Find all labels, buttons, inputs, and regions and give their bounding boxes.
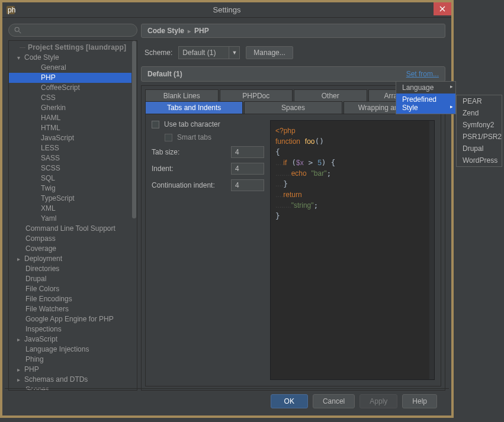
tab-blank-lines[interactable]: Blank Lines xyxy=(145,89,219,102)
scrollbar-thumb[interactable] xyxy=(132,41,136,218)
menu-pear[interactable]: PEAR xyxy=(457,95,502,107)
use-tab-checkbox-row[interactable]: Use tab character xyxy=(152,120,264,128)
tree-lang-html[interactable]: HTML xyxy=(9,123,137,133)
tree-item[interactable]: Compass xyxy=(9,234,137,244)
set-from-menu[interactable]: Language▸ Predefined Style▸ xyxy=(396,81,456,114)
menu-drupal[interactable]: Drupal xyxy=(457,143,502,154)
tree-item[interactable]: Command Line Tool Support xyxy=(9,224,137,234)
tab-other[interactable]: Other xyxy=(294,89,367,102)
chevron-right-icon: ▸ xyxy=(188,28,191,34)
continuation-indent-input[interactable] xyxy=(231,179,264,191)
chevron-right-icon: ▸ xyxy=(450,104,453,109)
help-button[interactable]: Help xyxy=(402,394,437,408)
scheme-label: Scheme: xyxy=(145,49,172,57)
continuation-indent-label: Continuation indent: xyxy=(152,181,215,189)
search-icon xyxy=(14,26,22,34)
scheme-bar-title: Default (1) xyxy=(147,70,182,78)
menu-symfony2[interactable]: Symfony2 xyxy=(457,119,502,131)
breadcrumb: Code Style ▸ PHP xyxy=(141,24,445,38)
tree-deployment[interactable]: Deployment xyxy=(9,254,137,264)
code-preview: <?php function foo() { ....if ($x > 5) {… xyxy=(270,120,435,380)
chevron-down-icon: ▼ xyxy=(232,50,237,56)
close-button[interactable] xyxy=(434,2,451,15)
tree-item[interactable]: Drupal xyxy=(9,274,137,284)
search-input[interactable] xyxy=(8,24,137,37)
breadcrumb-leaf: PHP xyxy=(194,27,209,35)
tree-lang-twig[interactable]: Twig xyxy=(9,183,137,194)
settings-tree[interactable]: Project Settings [laundrapp] Code Style … xyxy=(9,41,137,390)
tree-lang-scss[interactable]: SCSS xyxy=(9,163,137,173)
tree-item[interactable]: Google App Engine for PHP xyxy=(9,314,137,324)
tree-lang-xml[interactable]: XML xyxy=(9,204,137,214)
tree-item[interactable]: File Encodings xyxy=(9,294,137,304)
smart-tabs-label: Smart tabs xyxy=(177,133,211,141)
svg-line-3 xyxy=(19,31,21,34)
tree-lang-sass[interactable]: SASS xyxy=(9,153,137,163)
tab-spaces[interactable]: Spaces xyxy=(244,101,342,114)
tree-lang-sql[interactable]: SQL xyxy=(9,173,137,183)
indent-label: Indent: xyxy=(152,165,174,173)
svg-text:php: php xyxy=(8,6,15,14)
scheme-value: Default (1) xyxy=(182,49,216,57)
tree-lang-gherkin[interactable]: Gherkin xyxy=(9,103,137,113)
svg-point-2 xyxy=(15,27,19,31)
menu-zend[interactable]: Zend xyxy=(457,107,502,119)
smart-tabs-checkbox-row: Smart tabs xyxy=(165,133,264,141)
predefined-style-submenu[interactable]: PEARZendSymfony2PSR1/PSR2DrupalWordPress xyxy=(456,95,502,167)
menu-wordpress[interactable]: WordPress xyxy=(457,154,502,166)
tree-lang-less[interactable]: LESS xyxy=(9,143,137,153)
tree-javascript[interactable]: JavaScript xyxy=(9,334,137,344)
tree-item[interactable]: Inspections xyxy=(9,324,137,334)
apply-button: Apply xyxy=(359,394,397,408)
tree-item[interactable]: Language Injections xyxy=(9,344,137,355)
cancel-button[interactable]: Cancel xyxy=(313,394,355,408)
tab-phpdoc[interactable]: PHPDoc xyxy=(220,89,293,102)
tree-lang-yaml[interactable]: Yaml xyxy=(9,214,137,224)
tree-lang-typescript[interactable]: TypeScript xyxy=(9,194,137,204)
tree-item[interactable]: File Watchers xyxy=(9,304,137,314)
tree-lang-css[interactable]: CSS xyxy=(9,93,137,103)
menu-psr1-psr2[interactable]: PSR1/PSR2 xyxy=(457,131,502,143)
scheme-select[interactable]: Default (1) xyxy=(178,46,229,59)
ok-button[interactable]: OK xyxy=(271,394,308,408)
tree-code-style[interactable]: Code Style xyxy=(9,53,137,63)
tree-item[interactable]: Directories xyxy=(9,264,137,274)
menu-language[interactable]: Language▸ xyxy=(396,82,455,94)
scheme-dropdown-arrow[interactable]: ▼ xyxy=(229,46,240,59)
chevron-right-icon: ▸ xyxy=(450,83,453,89)
tab-size-input[interactable] xyxy=(231,146,264,158)
checkbox-icon[interactable] xyxy=(152,121,159,128)
tree-item[interactable]: Phing xyxy=(9,355,137,365)
manage-button[interactable]: Manage... xyxy=(246,46,293,59)
tab-size-label: Tab size: xyxy=(152,148,179,156)
tree-scrollbar[interactable] xyxy=(131,41,137,390)
scheme-bar: Default (1) Set from... xyxy=(141,66,445,82)
tree-schemas[interactable]: Schemas and DTDs xyxy=(9,375,137,385)
use-tab-label: Use tab character xyxy=(164,120,220,128)
window-title: Settings xyxy=(213,5,241,14)
tree-item[interactable]: File Colors xyxy=(9,284,137,294)
tree-lang-coffeescript[interactable]: CoffeeScript xyxy=(9,83,137,93)
menu-predefined-style[interactable]: Predefined Style▸ xyxy=(396,94,455,114)
tree-lang-general[interactable]: General xyxy=(9,63,137,73)
tab-tabs-and-indents[interactable]: Tabs and Indents xyxy=(145,101,243,114)
tree-lang-haml[interactable]: HAML xyxy=(9,113,137,123)
tree-item[interactable]: Coverage xyxy=(9,244,137,254)
breadcrumb-root: Code Style xyxy=(147,27,184,35)
tree-php[interactable]: PHP xyxy=(9,365,137,375)
titlebar: php Settings xyxy=(2,2,451,18)
set-from-link[interactable]: Set from... xyxy=(406,70,439,78)
project-settings-header: Project Settings [laundrapp] xyxy=(9,42,137,53)
checkbox-icon xyxy=(165,134,172,141)
tree-lang-php[interactable]: PHP xyxy=(9,73,137,83)
indent-input[interactable] xyxy=(231,163,264,175)
app-icon: php xyxy=(6,5,15,15)
dialog-footer: OK Cancel Apply Help xyxy=(5,388,449,413)
tree-lang-javascript[interactable]: JavaScript xyxy=(9,133,137,143)
